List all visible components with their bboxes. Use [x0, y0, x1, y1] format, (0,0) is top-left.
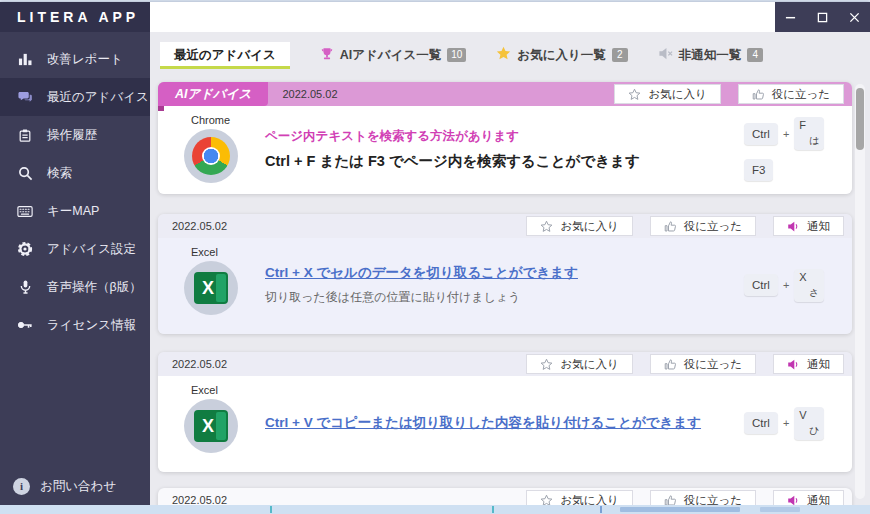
- keycap-x: X さ: [794, 269, 824, 302]
- plus-sign: +: [783, 417, 789, 429]
- shortcut-keys: Ctrl + F は F3: [744, 112, 840, 186]
- thumbs-up-icon: [664, 220, 677, 233]
- maximize-button[interactable]: [807, 2, 839, 32]
- sidebar-item-label: アドバイス設定: [47, 241, 136, 258]
- keycap-ctrl: Ctrl: [744, 274, 778, 296]
- keycap-v: V ひ: [794, 407, 824, 440]
- shortcut-keys: Ctrl + X さ: [744, 244, 840, 326]
- tab-badge: 4: [747, 48, 763, 62]
- advice-text-block: Ctrl + X でセルのデータを切り取ることができます 切り取った後は任意の位…: [250, 244, 744, 326]
- taskbar-strip: [0, 505, 870, 514]
- favorite-button[interactable]: お気に入り: [526, 216, 632, 236]
- window-controls: [775, 2, 870, 32]
- app-name-label: Chrome: [191, 114, 250, 126]
- sidebar-item-search[interactable]: 検索: [0, 154, 150, 192]
- card-date: 2022.05.02: [172, 220, 227, 232]
- sidebar-item-label: 最近のアドバイス: [47, 89, 149, 106]
- advice-card-ai-chrome: AIアドバイス 2022.05.02 お気に入り: [158, 82, 852, 194]
- helpful-button[interactable]: 役に立った: [650, 490, 756, 505]
- thumbs-up-icon: [664, 358, 677, 371]
- tab-label: お気に入り一覧: [517, 47, 605, 64]
- app-name-label: Excel: [191, 384, 250, 396]
- notify-button[interactable]: 通知: [773, 490, 844, 505]
- sidebar-item-label: ライセンス情報: [47, 317, 136, 334]
- app-id-block: Chrome: [184, 112, 250, 186]
- sidebar-item-label: 改善レポート: [47, 51, 123, 68]
- tab-recent-advice[interactable]: 最近のアドバイス: [160, 42, 290, 69]
- tab-ai-advice-list[interactable]: AIアドバイス一覧 10: [320, 47, 467, 64]
- sidebar-nav: 改善レポート 最近のアドバイス 操作履歴: [0, 32, 150, 467]
- tab-badge: 2: [612, 48, 628, 62]
- star-outline-icon: [540, 220, 553, 233]
- sidebar-item-operation-history[interactable]: 操作履歴: [0, 116, 150, 154]
- favorite-button[interactable]: お気に入り: [526, 490, 632, 505]
- tab-label: 非通知一覧: [679, 47, 742, 64]
- plus-sign: +: [783, 279, 789, 291]
- card-actions: お気に入り 役に立った: [614, 84, 844, 104]
- sidebar-item-advice-settings[interactable]: アドバイス設定: [0, 230, 150, 268]
- helpful-button[interactable]: 役に立った: [738, 84, 844, 104]
- scrollbar-thumb[interactable]: [856, 88, 864, 150]
- tab-label: AIアドバイス一覧: [340, 47, 441, 64]
- content-area: 最近のアドバイス AIアドバイス一覧 10 お気に入り一覧 2: [150, 32, 870, 505]
- chrome-icon: [184, 129, 238, 183]
- clipboard-icon: [15, 126, 35, 144]
- taskbar-strip: [620, 507, 740, 512]
- app-window: LITERA APP 改善レポート 最近のアドバイス: [0, 2, 870, 505]
- speaker-icon: [787, 358, 800, 371]
- star-outline-icon: [628, 88, 641, 101]
- speaker-icon: [787, 220, 800, 233]
- scrollbar-track[interactable]: [855, 84, 865, 499]
- card-header: AIアドバイス 2022.05.02 お気に入り: [158, 82, 852, 106]
- helpful-button[interactable]: 役に立った: [650, 216, 756, 236]
- minimize-button[interactable]: [775, 2, 807, 32]
- sidebar-item-label: キーMAP: [47, 203, 99, 220]
- search-icon: [15, 164, 35, 182]
- card-date: 2022.05.02: [172, 494, 227, 505]
- close-button[interactable]: [838, 2, 870, 32]
- tab-favorites-list[interactable]: お気に入り一覧 2: [496, 46, 627, 64]
- sidebar-item-key-map[interactable]: キーMAP: [0, 192, 150, 230]
- sidebar-item-contact[interactable]: i お問い合わせ: [0, 467, 150, 505]
- taskbar-strip: [492, 506, 494, 513]
- excel-icon: X: [184, 399, 238, 453]
- sidebar-item-label: 検索: [47, 165, 72, 182]
- advice-text-block: Ctrl + V でコピーまたは切り取りした内容を貼り付けることができます: [250, 382, 744, 464]
- microphone-icon: [15, 278, 35, 296]
- advice-title: ページ内テキストを検索する方法があります: [265, 128, 744, 145]
- sidebar-item-label: 音声操作（β版）: [47, 279, 142, 296]
- advice-card-excel-paste: 2022.05.02 お気に入り: [158, 352, 852, 472]
- advice-link[interactable]: Ctrl + V でコピーまたは切り取りした内容を貼り付けることができます: [265, 414, 744, 432]
- card-actions: お気に入り 役に立った: [526, 490, 844, 505]
- main-area: 最近のアドバイス AIアドバイス一覧 10 お気に入り一覧 2: [150, 2, 870, 505]
- muted-speaker-icon: [658, 46, 673, 64]
- card-actions: お気に入り 役に立った: [526, 216, 844, 236]
- tab-row: 最近のアドバイス AIアドバイス一覧 10 お気に入り一覧 2: [160, 42, 870, 68]
- card-body: Excel X Ctrl + X でセルのデータを切り取ることができます 切り取…: [158, 238, 852, 334]
- screen: LITERA APP 改善レポート 最近のアドバイス: [0, 0, 870, 514]
- sidebar-item-improvement-report[interactable]: 改善レポート: [0, 40, 150, 78]
- advice-card-list: AIアドバイス 2022.05.02 お気に入り: [158, 82, 852, 505]
- keycap-ctrl: Ctrl: [744, 123, 778, 145]
- bar-chart-icon: [15, 50, 35, 68]
- tab-muted-list[interactable]: 非通知一覧 4: [658, 46, 764, 64]
- app-id-block: Excel X: [184, 244, 250, 326]
- notify-button[interactable]: 通知: [773, 354, 844, 374]
- favorite-button[interactable]: お気に入り: [614, 84, 720, 104]
- favorite-button[interactable]: お気に入り: [526, 354, 632, 374]
- sidebar-item-recent-advice[interactable]: 最近のアドバイス: [0, 78, 150, 116]
- taskbar-strip: [760, 507, 800, 512]
- advice-link[interactable]: Ctrl + X でセルのデータを切り取ることができます: [265, 264, 744, 282]
- gear-icon: [15, 240, 35, 258]
- notify-button[interactable]: 通知: [773, 216, 844, 236]
- advice-card-excel-cut: 2022.05.02 お気に入り: [158, 214, 852, 334]
- helpful-button[interactable]: 役に立った: [650, 354, 756, 374]
- sidebar-item-voice-operation[interactable]: 音声操作（β版）: [0, 268, 150, 306]
- sidebar-item-license-info[interactable]: ライセンス情報: [0, 306, 150, 344]
- card-date: 2022.05.02: [282, 88, 337, 100]
- star-outline-icon: [540, 358, 553, 371]
- chat-icon: [15, 88, 35, 106]
- card-date: 2022.05.02: [172, 358, 227, 370]
- taskbar-strip: [600, 506, 602, 513]
- keycap-f3: F3: [744, 159, 773, 181]
